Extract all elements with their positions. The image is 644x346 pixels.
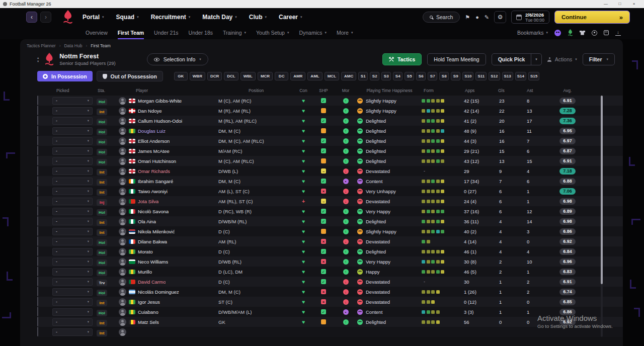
player-name[interactable]: James McAtee: [138, 148, 170, 154]
position-filter[interactable]: S7: [428, 72, 437, 80]
player-name[interactable]: Jota Silva: [138, 199, 158, 204]
picked-dropdown[interactable]: -▾: [52, 268, 93, 276]
picked-dropdown[interactable]: -▾: [52, 157, 93, 165]
player-cell[interactable]: [119, 328, 218, 336]
row-checkbox[interactable]: [37, 267, 38, 276]
table-row[interactable]: -▾ Int Nikola Milenković D (C) ♥ ↑ Sligh…: [37, 226, 623, 236]
player-cell[interactable]: Nicolò Savona: [119, 208, 218, 215]
menu-item[interactable]: Career ▾: [279, 14, 302, 21]
row-checkbox[interactable]: [37, 317, 38, 326]
row-checkbox[interactable]: [37, 126, 38, 135]
row-checkbox[interactable]: [37, 96, 38, 105]
player-name[interactable]: Taiwo Awoniyi: [138, 189, 168, 194]
picked-dropdown[interactable]: -▾: [52, 248, 93, 255]
row-checkbox[interactable]: [37, 206, 38, 216]
player-cell[interactable]: Douglas Luiz: [119, 127, 218, 135]
position-filter[interactable]: S4: [393, 72, 403, 80]
row-checkbox[interactable]: [37, 327, 38, 336]
table-row[interactable]: -▾ Hol Callum Hudson-Odoi M (RL), AM (RL…: [37, 116, 623, 126]
morale-badge-icon[interactable]: [554, 30, 561, 36]
row-checkbox[interactable]: [37, 246, 38, 256]
breadcrumb-item[interactable]: Tactics Planner: [27, 43, 56, 48]
player-name[interactable]: Igor Jesus: [138, 299, 160, 305]
position-filter[interactable]: S3: [381, 72, 391, 80]
picked-dropdown[interactable]: -▾: [52, 258, 93, 266]
player-cell[interactable]: David Carmo: [119, 278, 218, 286]
table-row[interactable]: -▾ Hol Neco Williams D/WB (RL) ♥ × ↑ Ver…: [37, 256, 623, 267]
bookmarks-menu[interactable]: Bookmarks ▾: [517, 30, 548, 36]
tab-out-of-possession[interactable]: Out of Possession: [97, 71, 163, 81]
row-checkbox[interactable]: [37, 277, 38, 286]
download-icon[interactable]: ↓: [615, 30, 621, 36]
column-header-sta[interactable]: Sta.: [97, 88, 119, 93]
row-checkbox[interactable]: [37, 236, 38, 246]
table-row[interactable]: -▾ Int Taiwo Awoniyi AM (L), ST (C) ♥ × …: [37, 186, 623, 196]
table-row[interactable]: -▾ Hol Dilane Bakwa AM (RL) ♥ × ↓ Devast…: [37, 236, 623, 246]
minimize-button[interactable]: —: [599, 0, 613, 8]
row-checkbox[interactable]: [37, 216, 38, 226]
player-cell[interactable]: Dilane Bakwa: [119, 238, 218, 245]
ball-outline-icon[interactable]: [592, 30, 597, 36]
player-name[interactable]: David Carmo: [138, 279, 166, 285]
player-name[interactable]: Ola Aina: [138, 219, 156, 224]
picked-dropdown[interactable]: -▾: [52, 167, 93, 175]
table-scrollbar[interactable]: [601, 96, 603, 337]
menu-item[interactable]: Portal ▾: [83, 14, 104, 21]
position-filter[interactable]: S9: [451, 72, 460, 80]
column-header-avg[interactable]: Avg.: [552, 88, 583, 93]
picked-dropdown[interactable]: -▾: [52, 238, 93, 245]
player-name[interactable]: Dilane Bakwa: [138, 239, 167, 244]
row-checkbox[interactable]: [37, 297, 38, 306]
picked-dropdown[interactable]: -▾: [52, 178, 93, 185]
row-checkbox[interactable]: [37, 166, 38, 176]
selection-info-dropdown[interactable]: Selection Info ▾: [147, 53, 208, 65]
player-name[interactable]: Dan Ndoye: [138, 108, 162, 114]
player-cell[interactable]: Omari Hutchinson: [119, 157, 218, 165]
position-filter[interactable]: S1: [358, 72, 368, 80]
breadcrumb-item[interactable]: First Team: [91, 43, 111, 48]
player-name[interactable]: Nikola Milenković: [138, 229, 175, 234]
table-row[interactable]: -▾ Hol Murillo D (LC), DM ♥ ✓ ↑ Happy 46…: [37, 267, 623, 277]
player-name[interactable]: Callum Hudson-Odoi: [138, 118, 182, 124]
picked-dropdown[interactable]: -▾: [52, 198, 93, 205]
table-row[interactable]: -▾ Hol Elliot Anderson DM, M (C), AM (RL…: [37, 136, 623, 146]
squad-tab[interactable]: Dynamics ▾: [299, 26, 327, 39]
row-checkbox[interactable]: [37, 146, 38, 155]
picked-dropdown[interactable]: -▾: [52, 278, 93, 286]
picked-dropdown[interactable]: -▾: [52, 127, 93, 135]
player-cell[interactable]: Elliot Anderson: [119, 137, 218, 145]
position-filter[interactable]: S13: [502, 72, 513, 80]
player-cell[interactable]: Cuiabano: [119, 308, 218, 316]
row-checkbox[interactable]: [37, 256, 38, 266]
position-filter[interactable]: S15: [528, 72, 539, 80]
row-checkbox[interactable]: [37, 196, 38, 206]
filter-dropdown[interactable]: Filter ▾: [583, 53, 615, 65]
player-cell[interactable]: Ibrahim Sangaré: [119, 178, 218, 185]
continue-button[interactable]: Continue »: [554, 11, 630, 24]
player-name[interactable]: Morgan Gibbs-White: [138, 98, 182, 104]
collapse-toggle[interactable]: ▴▾: [37, 56, 39, 63]
actions-dropdown[interactable]: Actions ▾: [547, 56, 577, 62]
position-filter[interactable]: DCL: [224, 72, 238, 80]
column-header-gls[interactable]: Gls: [497, 88, 525, 93]
player-name[interactable]: Ibrahim Sangaré: [138, 179, 173, 184]
table-row[interactable]: -▾ Inj Jota Silva AM (RL), ST (C) + – ↓ …: [37, 196, 623, 206]
position-filter[interactable]: WBL: [240, 72, 256, 80]
player-name[interactable]: Omar Richards: [138, 168, 170, 174]
column-header-shp[interactable]: SHP: [313, 88, 334, 93]
position-filter[interactable]: S2: [370, 72, 379, 80]
player-cell[interactable]: Nicolás Dominguez: [119, 288, 218, 296]
player-cell[interactable]: Omar Richards: [119, 167, 218, 175]
tab-in-possession[interactable]: In Possession: [37, 71, 93, 81]
player-name[interactable]: Omari Hutchinson: [138, 158, 176, 164]
player-cell[interactable]: Taiwo Awoniyi: [119, 188, 218, 195]
table-row[interactable]: -▾ Int Ibrahim Sangaré DM, M (C) ♥ ✓ • C…: [37, 176, 623, 186]
ball-icon[interactable]: ●: [475, 14, 479, 20]
picked-dropdown[interactable]: -▾: [52, 117, 93, 125]
player-name[interactable]: Nicolás Dominguez: [138, 289, 179, 295]
player-cell[interactable]: Callum Hudson-Odoi: [119, 117, 218, 125]
position-filter[interactable]: S10: [462, 72, 473, 80]
picked-dropdown[interactable]: -▾: [52, 188, 93, 195]
table-row[interactable]: -▾ Hol Nicolò Savona D (RC), WB (R) ♥ ✓ …: [37, 206, 623, 216]
picked-dropdown[interactable]: -▾: [52, 218, 93, 225]
